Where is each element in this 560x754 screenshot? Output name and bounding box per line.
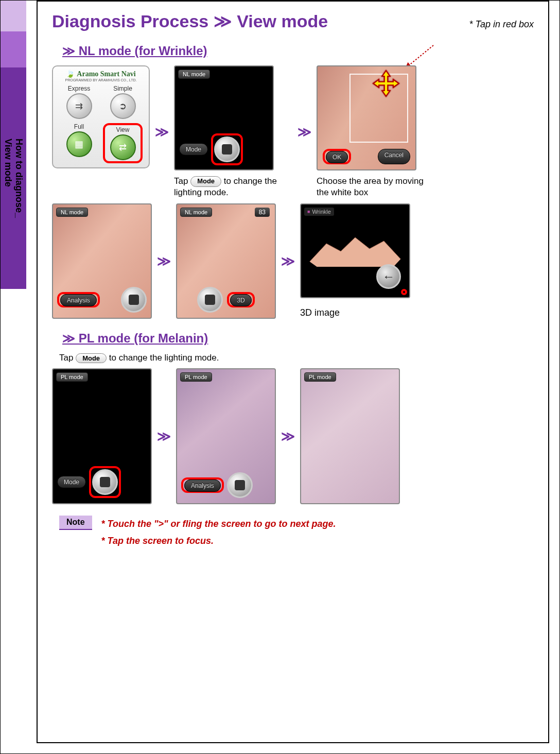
screenshot-nl-blank: NL mode Mode <box>174 65 274 170</box>
menu-express[interactable]: Express ⇉ <box>59 85 99 119</box>
sidebar-label-prefix: How to diagnose_ <box>13 139 24 218</box>
view-icon: ⇄ <box>110 134 136 160</box>
pl-badge: PL mode <box>56 372 88 382</box>
ok-button[interactable]: OK <box>326 151 348 163</box>
screenshot-3d-option: NL mode 83 3D <box>176 203 276 319</box>
pl-badge: PL mode <box>180 372 212 382</box>
chevron-icon: ≫ <box>157 253 171 269</box>
shutter-button[interactable] <box>197 287 223 313</box>
nl-badge: NL mode <box>56 208 88 217</box>
sidebar-tab-1 <box>1 1 26 31</box>
leaf-icon <box>66 70 77 78</box>
page-title: Diagnosis Process ≫ View mode <box>52 11 328 31</box>
screenshot-select-area: OK Cancel <box>317 65 416 170</box>
chevron-icon: ≫ <box>155 124 169 140</box>
mode-pill-inline: Mode <box>190 176 221 187</box>
chevron-icon: ≫ <box>297 124 311 140</box>
shutter-button[interactable] <box>121 287 147 313</box>
full-icon: ▦ <box>66 131 92 157</box>
menu-full[interactable]: Full ▦ <box>59 123 99 163</box>
screenshot-pl-analysis: PL mode Analysis <box>176 368 276 504</box>
wrinkle-tag: Wrinkle <box>304 208 334 216</box>
screenshot-pl-blank: PL mode Mode <box>52 368 152 504</box>
shutter-button[interactable] <box>92 469 118 495</box>
pl-badge: PL mode <box>304 372 336 382</box>
sidebar-tab-active: How to diagnose_ View mode <box>1 67 26 289</box>
cancel-button[interactable]: Cancel <box>378 149 410 164</box>
content-area: Diagnosis Process ≫ View mode * Tap in r… <box>37 1 549 743</box>
header-tip: * Tap in red box <box>469 19 534 30</box>
screenshot-pl-result: PL mode <box>300 368 400 504</box>
note-line-1: * Touch the ">" or fling the screen to g… <box>101 516 336 532</box>
chevron-icon: ≫ <box>157 429 171 444</box>
sidebar-tab-2 <box>1 31 26 67</box>
chevron-icon: ≫ <box>281 253 295 269</box>
mode-button[interactable]: Mode <box>57 476 86 488</box>
move-arrows-icon <box>372 70 400 97</box>
back-button[interactable]: ← <box>376 264 401 289</box>
app-brand: Aramo Smart Navi <box>77 70 135 78</box>
analysis-button[interactable]: Analysis <box>184 479 221 492</box>
document-page: How to diagnose_ View mode Diagnosis Pro… <box>0 0 560 754</box>
three-d-button[interactable]: 3D <box>230 294 251 306</box>
pl-instruction: Tap Mode to change the lighting mode. <box>59 353 534 363</box>
shutter-button[interactable] <box>214 136 240 162</box>
section-heading-nl: ≫ NL mode (for Wrinkle) <box>62 44 534 58</box>
nl-row-2: NL mode Analysis ≫ NL mode 83 3D ≫ Wrink… <box>52 203 534 319</box>
nl-row-1: Aramo Smart Navi PROGRAMMED BY ARAMHUVIS… <box>52 65 534 198</box>
screenshot-app-menu: Aramo Smart Navi PROGRAMMED BY ARAMHUVIS… <box>52 65 150 168</box>
mode-pill-inline: Mode <box>76 353 107 363</box>
analysis-button[interactable]: Analysis <box>60 294 97 306</box>
sidebar: How to diagnose_ View mode <box>1 1 26 310</box>
chevron-icon: ≫ <box>281 429 295 444</box>
note-line-2: * Tap the screen to focus. <box>101 533 336 549</box>
shutter-button[interactable] <box>227 472 253 498</box>
screenshot-analysis: NL mode Analysis <box>52 203 152 319</box>
mode-button[interactable]: Mode <box>179 143 208 156</box>
sidebar-label-accent: View mode <box>3 139 13 218</box>
app-subtitle: PROGRAMMED BY ARAMHUVIS CO., LTD. <box>65 78 137 82</box>
menu-view[interactable]: View ⇄ <box>103 123 143 163</box>
express-icon: ⇉ <box>66 93 92 119</box>
simple-icon: ➲ <box>110 93 136 119</box>
nl-badge: NL mode <box>180 208 212 217</box>
caption-choose-area: Choose the area by moving the white box <box>317 176 435 198</box>
score-badge: 83 <box>255 208 270 217</box>
nl-badge: NL mode <box>178 70 210 79</box>
pl-row: PL mode Mode ≫ PL mode Analysis ≫ PL mod… <box>52 368 534 504</box>
screenshot-3d-view: Wrinkle ← <box>300 203 410 298</box>
caption-3d: 3D image <box>300 307 340 318</box>
note-row: Note * Touch the ">" or fling the screen… <box>59 516 534 549</box>
svg-marker-1 <box>310 237 401 267</box>
wrinkle-surface-icon <box>307 228 403 269</box>
caption-tap-mode: Tap Mode to change the lighting mode. <box>174 176 292 198</box>
section-heading-pl: ≫ PL mode (for Melanin) <box>62 331 534 346</box>
note-badge: Note <box>59 516 92 530</box>
menu-simple[interactable]: Simple ➲ <box>103 85 143 119</box>
